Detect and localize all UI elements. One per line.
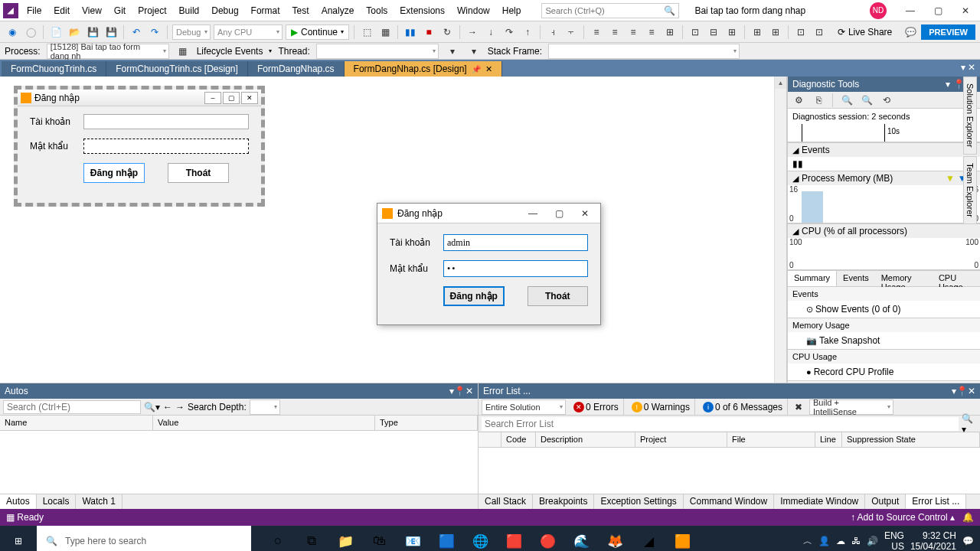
tab-immediate[interactable]: Immediate Window: [774, 494, 865, 509]
minimize-window-icon[interactable]: —: [899, 2, 922, 19]
align-icon[interactable]: ⊞: [724, 24, 740, 40]
edge-icon[interactable]: 🌊: [565, 526, 597, 551]
app-icon[interactable]: 🟧: [666, 526, 698, 551]
tab-autos[interactable]: Autos: [0, 494, 37, 509]
align-icon[interactable]: ≡: [644, 24, 659, 40]
thread-combo[interactable]: [316, 44, 439, 59]
restart-icon[interactable]: ↻: [439, 24, 455, 40]
col-value[interactable]: Value: [153, 416, 375, 430]
diag-timeline[interactable]: 10s: [788, 124, 980, 142]
errorlist-search[interactable]: [482, 417, 959, 431]
close-icon[interactable]: ✕: [968, 386, 975, 396]
process-combo[interactable]: [15128] Bai tap tao form dang nh: [47, 44, 169, 59]
tray-onedrive-icon[interactable]: ☁: [836, 536, 845, 546]
user-textbox[interactable]: [83, 114, 249, 129]
app-icon[interactable]: 🟦: [430, 526, 462, 551]
doc-tab[interactable]: FormChuongTrinh.cs: [2, 61, 106, 77]
col-suppression[interactable]: Suppression State: [842, 432, 980, 447]
app-icon[interactable]: 🟥: [498, 526, 530, 551]
align-icon[interactable]: ≡: [589, 24, 604, 40]
align-icon[interactable]: ⫞: [545, 24, 560, 40]
exit-button[interactable]: Thoát: [168, 163, 229, 183]
zoom-out-icon[interactable]: 🔍: [859, 93, 874, 108]
login-button[interactable]: Đăng nhập: [443, 286, 505, 306]
tab-watch1[interactable]: Watch 1: [76, 494, 122, 509]
menu-analyze[interactable]: Analyze: [316, 3, 360, 18]
show-events-link[interactable]: ⊙ Show Events (0 of 0): [788, 301, 980, 318]
align-icon[interactable]: ⊟: [706, 24, 721, 40]
stop-icon[interactable]: ■: [421, 24, 436, 40]
clear-filters-icon[interactable]: ✖: [791, 399, 806, 415]
platform-combo[interactable]: Any CPU: [214, 24, 283, 40]
filter-icon[interactable]: ▾: [466, 44, 482, 59]
align-icon[interactable]: ⊞: [750, 24, 765, 40]
quick-search-input[interactable]: [545, 6, 665, 15]
tab-output[interactable]: Output: [865, 494, 906, 509]
login-button[interactable]: Đăng nhập: [83, 163, 145, 183]
menu-tools[interactable]: Tools: [361, 3, 393, 18]
align-icon[interactable]: ≡: [626, 24, 641, 40]
tab-breakpoints[interactable]: Breakpoints: [533, 494, 594, 509]
vertical-scrollbar[interactable]: ▲: [774, 77, 786, 383]
pass-textbox-selected[interactable]: [83, 139, 249, 154]
depth-combo[interactable]: [250, 399, 280, 415]
menu-window[interactable]: Window: [452, 3, 495, 18]
opera-icon[interactable]: 🔴: [531, 526, 564, 551]
scope-combo[interactable]: Entire Solution: [482, 399, 566, 415]
menu-file[interactable]: File: [21, 3, 47, 18]
user-avatar[interactable]: ND: [870, 2, 887, 19]
reset-view-icon[interactable]: ⟲: [879, 93, 894, 108]
menu-help[interactable]: Help: [497, 3, 527, 18]
window-dropdown-icon[interactable]: ▾: [946, 79, 950, 90]
align-icon[interactable]: ⊞: [768, 24, 783, 40]
solution-explorer-tab[interactable]: Solution Explorer: [963, 77, 977, 155]
design-form[interactable]: Đăng nhập – ▢ ✕ Tài khoản Mật khẩu Đăng …: [14, 86, 265, 207]
diag-tab-memory[interactable]: Memory Usage: [875, 271, 933, 286]
align-icon[interactable]: ⊡: [812, 24, 827, 40]
menu-build[interactable]: Build: [174, 3, 205, 18]
errors-filter[interactable]: ✕0 Errors: [569, 399, 624, 415]
new-project-icon[interactable]: 📄: [48, 24, 64, 40]
build-combo[interactable]: Build + IntelliSense: [809, 399, 893, 415]
user-label[interactable]: Tài khoản: [30, 116, 76, 127]
nav-fwd-icon[interactable]: →: [175, 402, 185, 412]
team-explorer-tab[interactable]: Team Explorer: [963, 156, 977, 224]
tool-icon[interactable]: ▦: [377, 24, 393, 40]
doc-tab-active[interactable]: FormDangNhap.cs [Design]📌✕: [345, 61, 502, 77]
warnings-filter[interactable]: !0 Warnings: [627, 399, 695, 415]
tab-overflow-icon[interactable]: ▾ ✕: [961, 62, 975, 73]
record-cpu-link[interactable]: ● Record CPU Profile: [788, 364, 980, 380]
col-line[interactable]: Line: [815, 432, 842, 447]
config-combo[interactable]: Debug: [172, 24, 211, 40]
pin-icon[interactable]: 📍: [956, 386, 968, 396]
cpu-header[interactable]: ◢ CPU (% of all processors): [788, 224, 980, 238]
firefox-icon[interactable]: 🦊: [599, 526, 631, 551]
forward-icon[interactable]: ◯: [23, 24, 38, 40]
filter-icon[interactable]: ▾: [445, 44, 460, 59]
source-control-button[interactable]: ↑ Add to Source Control ▴: [851, 512, 955, 523]
tab-exception[interactable]: Exception Settings: [594, 494, 683, 509]
save-icon[interactable]: 💾: [85, 24, 100, 40]
store-icon[interactable]: 🛍: [363, 526, 395, 551]
menu-project[interactable]: Project: [132, 3, 172, 18]
tray-volume-icon[interactable]: 🔊: [867, 536, 878, 546]
menu-edit[interactable]: Edit: [48, 3, 75, 18]
back-icon[interactable]: ◉: [5, 24, 20, 40]
menu-debug[interactable]: Debug: [206, 3, 243, 18]
menu-format[interactable]: Format: [246, 3, 286, 18]
restore-window-icon[interactable]: ▢: [926, 2, 949, 19]
lifecycle-label[interactable]: Lifecycle Events: [197, 46, 263, 57]
col-name[interactable]: Name: [0, 416, 153, 430]
doc-tab[interactable]: FormChuongTrinh.cs [Design]: [106, 61, 248, 77]
align-icon[interactable]: ⊡: [793, 24, 808, 40]
open-icon[interactable]: 📂: [67, 24, 82, 40]
close-icon[interactable]: ✕: [485, 64, 492, 74]
step-icon[interactable]: →: [465, 24, 480, 40]
designer-surface[interactable]: Đăng nhập – ▢ ✕ Tài khoản Mật khẩu Đăng …: [0, 77, 787, 383]
doc-tab[interactable]: FormDangNhap.cs: [248, 61, 345, 77]
quick-search[interactable]: 🔍: [541, 3, 679, 18]
gear-icon[interactable]: ⚙: [791, 93, 806, 108]
close-window-icon[interactable]: ✕: [954, 2, 977, 19]
pass-label[interactable]: Mật khẩu: [30, 141, 76, 152]
align-icon[interactable]: ⊞: [662, 24, 678, 40]
